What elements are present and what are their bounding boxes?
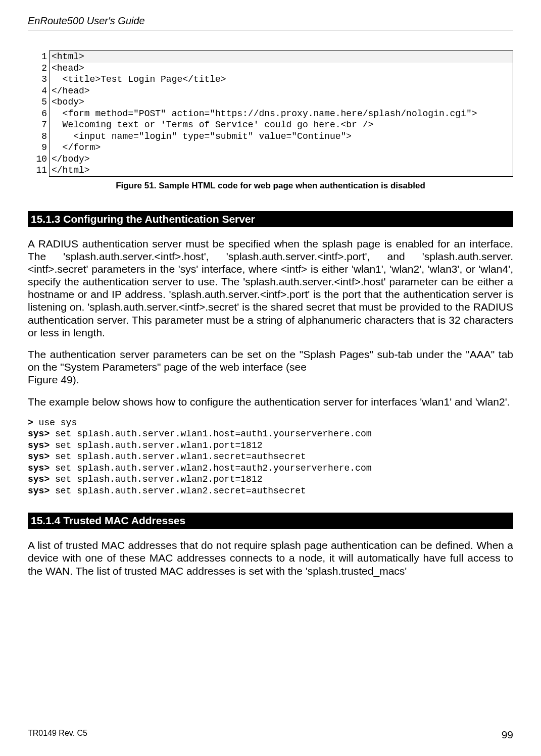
code-line-number: 6 [28, 108, 50, 120]
code-line: </body> [50, 154, 513, 165]
cli-prompt: sys> [28, 474, 55, 484]
section-heading-auth-server: 15.1.3 Configuring the Authentication Se… [28, 211, 513, 227]
code-line-number: 7 [28, 119, 50, 131]
cli-prompt: sys> [28, 440, 55, 450]
code-line: </html> [50, 165, 513, 176]
paragraph: A list of trusted MAC addresses that do … [28, 539, 513, 577]
code-line-number: 1 [28, 51, 50, 63]
paragraph: A RADIUS authentication server must be s… [28, 237, 513, 339]
cli-prompt: sys> [28, 463, 55, 473]
cli-example: > use sys sys> set splash.auth.server.wl… [28, 417, 513, 497]
code-line-number: 5 [28, 96, 50, 108]
cli-command: set splash.auth.server.wlan2.host=auth2.… [55, 463, 372, 473]
header-rule [28, 30, 513, 30]
code-listing: 1<html>2<head>3 <title>Test Login Page</… [28, 51, 513, 177]
code-line: <input name="login" type="submit" value=… [50, 131, 513, 142]
cli-prompt: > [28, 418, 39, 428]
page: EnRoute500 User's Guide 1<html>2<head>3 … [0, 0, 541, 756]
code-line-number: 9 [28, 142, 50, 154]
code-line: Welcoming text or 'Terms of Service' cou… [50, 119, 513, 131]
cli-prompt: sys> [28, 451, 55, 462]
code-line-number: 4 [28, 85, 50, 97]
cli-prompt: sys> [28, 486, 55, 496]
code-line-number: 2 [28, 63, 50, 74]
paragraph: The authentication server parameters can… [28, 348, 513, 373]
page-footer: TR0149 Rev. C5 99 [28, 729, 513, 741]
footer-page-number: 99 [502, 729, 513, 741]
cli-prompt: sys> [28, 429, 55, 439]
cli-command: set splash.auth.server.wlan2.secret=auth… [55, 486, 306, 496]
code-line-number: 11 [28, 165, 50, 176]
code-line: <title>Test Login Page</title> [50, 74, 513, 85]
code-line: <head> [50, 63, 513, 74]
code-line: </form> [50, 142, 513, 154]
section-heading-trusted-mac: 15.1.4 Trusted MAC Addresses [28, 513, 513, 529]
code-line-number: 3 [28, 74, 50, 85]
code-line: <form method="POST" action="https://dns.… [50, 108, 513, 120]
code-line-number: 10 [28, 154, 50, 165]
footer-revision: TR0149 Rev. C5 [28, 729, 87, 741]
code-line: <body> [50, 96, 513, 108]
code-line: <html> [50, 51, 513, 63]
doc-header-title: EnRoute500 User's Guide [28, 15, 513, 27]
figure-caption: Figure 51. Sample HTML code for web page… [28, 181, 513, 191]
cli-command: set splash.auth.server.wlan1.host=auth1.… [55, 429, 372, 439]
cli-command: set splash.auth.server.wlan1.port=1812 [55, 440, 262, 450]
cli-command: set splash.auth.server.wlan2.port=1812 [55, 474, 262, 484]
paragraph: The example below shows how to configure… [28, 395, 513, 408]
code-line: </head> [50, 85, 513, 97]
cli-command: set splash.auth.server.wlan1.secret=auth… [55, 451, 306, 462]
cli-command: use sys [39, 418, 77, 428]
code-line-number: 8 [28, 131, 50, 142]
paragraph: Figure 49). [28, 373, 513, 386]
